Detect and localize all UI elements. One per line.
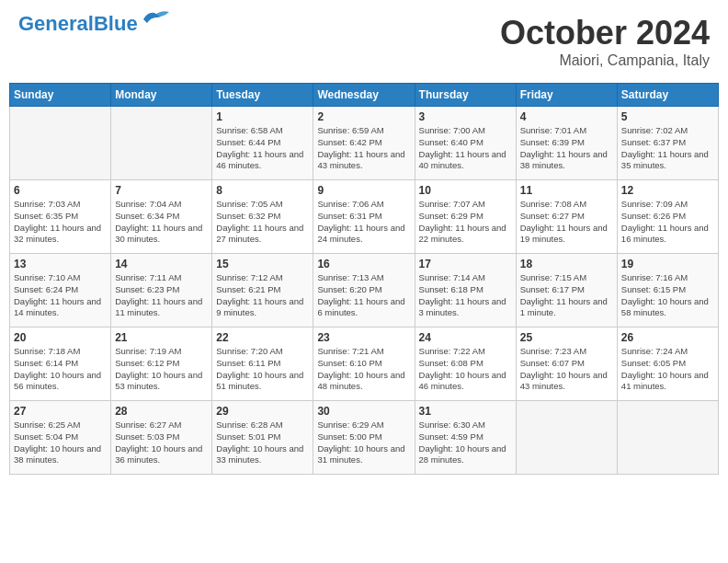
month-title: October 2024 [500,14,710,52]
day-info: Sunrise: 7:16 AMSunset: 6:15 PMDaylight:… [621,272,714,319]
day-info: Sunrise: 7:14 AMSunset: 6:18 PMDaylight:… [419,272,512,319]
logo-bird-icon [142,8,171,32]
day-info: Sunrise: 6:59 AMSunset: 6:42 PMDaylight:… [317,125,410,172]
calendar-cell: 25Sunrise: 7:23 AMSunset: 6:07 PMDayligh… [516,327,617,401]
day-info: Sunrise: 7:10 AMSunset: 6:24 PMDaylight:… [14,272,107,319]
day-info: Sunrise: 7:07 AMSunset: 6:29 PMDaylight:… [419,199,512,246]
calendar-cell: 3Sunrise: 7:00 AMSunset: 6:40 PMDaylight… [415,107,516,180]
day-number: 24 [419,331,512,344]
day-info: Sunrise: 7:00 AMSunset: 6:40 PMDaylight:… [419,125,512,172]
day-number: 1 [216,110,309,123]
day-info: Sunrise: 7:18 AMSunset: 6:14 PMDaylight:… [14,346,107,393]
calendar-cell: 4Sunrise: 7:01 AMSunset: 6:39 PMDaylight… [516,107,617,180]
day-number: 20 [14,331,107,344]
calendar-cell: 26Sunrise: 7:24 AMSunset: 6:05 PMDayligh… [617,327,718,401]
day-info: Sunrise: 6:29 AMSunset: 5:00 PMDaylight:… [317,419,410,466]
calendar-cell: 7Sunrise: 7:04 AMSunset: 6:34 PMDaylight… [111,180,212,254]
day-info: Sunrise: 7:11 AMSunset: 6:23 PMDaylight:… [115,272,208,319]
day-of-week-header: Wednesday [313,84,415,107]
day-number: 5 [621,110,714,123]
day-number: 23 [317,331,410,344]
day-number: 10 [419,184,512,197]
day-info: Sunrise: 6:25 AMSunset: 5:04 PMDaylight:… [14,419,107,466]
title-area: October 2024 Maiori, Campania, Italy [500,14,710,69]
day-number: 19 [621,258,714,270]
calendar-cell: 11Sunrise: 7:08 AMSunset: 6:27 PMDayligh… [516,180,617,254]
calendar-cell: 17Sunrise: 7:14 AMSunset: 6:18 PMDayligh… [415,254,516,327]
calendar-cell: 10Sunrise: 7:07 AMSunset: 6:29 PMDayligh… [415,180,516,254]
calendar-cell: 19Sunrise: 7:16 AMSunset: 6:15 PMDayligh… [617,254,718,327]
calendar-cell: 16Sunrise: 7:13 AMSunset: 6:20 PMDayligh… [313,254,415,327]
day-info: Sunrise: 7:04 AMSunset: 6:34 PMDaylight:… [115,199,208,246]
logo-text: GeneralBlue [18,12,138,35]
day-info: Sunrise: 6:58 AMSunset: 6:44 PMDaylight:… [216,125,309,172]
day-number: 14 [115,258,208,270]
day-number: 22 [216,331,309,344]
day-number: 17 [419,258,512,270]
calendar-cell: 21Sunrise: 7:19 AMSunset: 6:12 PMDayligh… [111,327,212,401]
day-number: 13 [14,258,107,270]
day-info: Sunrise: 7:23 AMSunset: 6:07 PMDaylight:… [520,346,613,393]
calendar-cell: 2Sunrise: 6:59 AMSunset: 6:42 PMDaylight… [313,107,415,180]
day-number: 6 [14,184,107,197]
logo: GeneralBlue [18,14,171,34]
calendar-cell: 13Sunrise: 7:10 AMSunset: 6:24 PMDayligh… [10,254,111,327]
day-info: Sunrise: 7:03 AMSunset: 6:35 PMDaylight:… [14,199,107,246]
calendar-cell: 12Sunrise: 7:09 AMSunset: 6:26 PMDayligh… [617,180,718,254]
page-header: GeneralBlue October 2024 Maiori, Campani… [9,9,719,74]
day-number: 4 [520,110,613,123]
day-number: 28 [115,405,208,418]
day-number: 30 [317,405,410,418]
calendar-cell [111,107,212,180]
day-of-week-header: Friday [516,84,617,107]
calendar-cell [10,107,111,180]
day-info: Sunrise: 7:08 AMSunset: 6:27 PMDaylight:… [520,199,613,246]
calendar-cell: 23Sunrise: 7:21 AMSunset: 6:10 PMDayligh… [313,327,415,401]
day-info: Sunrise: 7:22 AMSunset: 6:08 PMDaylight:… [419,346,512,393]
calendar-cell: 27Sunrise: 6:25 AMSunset: 5:04 PMDayligh… [10,401,111,475]
day-number: 9 [317,184,410,197]
day-number: 8 [216,184,309,197]
calendar-cell: 5Sunrise: 7:02 AMSunset: 6:37 PMDaylight… [617,107,718,180]
day-number: 27 [14,405,107,418]
day-info: Sunrise: 6:28 AMSunset: 5:01 PMDaylight:… [216,419,309,466]
calendar-cell: 15Sunrise: 7:12 AMSunset: 6:21 PMDayligh… [212,254,313,327]
day-info: Sunrise: 7:01 AMSunset: 6:39 PMDaylight:… [520,125,613,172]
day-info: Sunrise: 7:19 AMSunset: 6:12 PMDaylight:… [115,346,208,393]
day-number: 26 [621,331,714,344]
day-number: 25 [520,331,613,344]
day-of-week-header: Thursday [415,84,516,107]
day-info: Sunrise: 7:06 AMSunset: 6:31 PMDaylight:… [317,199,410,246]
day-number: 16 [317,258,410,270]
day-info: Sunrise: 7:21 AMSunset: 6:10 PMDaylight:… [317,346,410,393]
day-info: Sunrise: 6:27 AMSunset: 5:03 PMDaylight:… [115,419,208,466]
calendar-cell: 29Sunrise: 6:28 AMSunset: 5:01 PMDayligh… [212,401,313,475]
calendar-cell [617,401,718,475]
day-info: Sunrise: 6:30 AMSunset: 4:59 PMDaylight:… [419,419,512,466]
day-number: 2 [317,110,410,123]
day-info: Sunrise: 7:15 AMSunset: 6:17 PMDaylight:… [520,272,613,319]
calendar-cell: 1Sunrise: 6:58 AMSunset: 6:44 PMDaylight… [212,107,313,180]
day-of-week-header: Monday [111,84,212,107]
calendar-cell: 24Sunrise: 7:22 AMSunset: 6:08 PMDayligh… [415,327,516,401]
calendar-cell: 31Sunrise: 6:30 AMSunset: 4:59 PMDayligh… [415,401,516,475]
day-number: 12 [621,184,714,197]
day-number: 21 [115,331,208,344]
calendar-cell: 14Sunrise: 7:11 AMSunset: 6:23 PMDayligh… [111,254,212,327]
day-number: 15 [216,258,309,270]
location: Maiori, Campania, Italy [500,52,710,69]
calendar-cell: 28Sunrise: 6:27 AMSunset: 5:03 PMDayligh… [111,401,212,475]
calendar-cell: 6Sunrise: 7:03 AMSunset: 6:35 PMDaylight… [10,180,111,254]
day-info: Sunrise: 7:12 AMSunset: 6:21 PMDaylight:… [216,272,309,319]
calendar-cell: 20Sunrise: 7:18 AMSunset: 6:14 PMDayligh… [10,327,111,401]
day-info: Sunrise: 7:02 AMSunset: 6:37 PMDaylight:… [621,125,714,172]
calendar-cell [516,401,617,475]
day-number: 18 [520,258,613,270]
calendar-cell: 30Sunrise: 6:29 AMSunset: 5:00 PMDayligh… [313,401,415,475]
day-of-week-header: Saturday [617,84,718,107]
day-of-week-header: Tuesday [212,84,313,107]
day-number: 31 [419,405,512,418]
logo-blue: Blue [94,12,138,35]
calendar-table: SundayMondayTuesdayWednesdayThursdayFrid… [9,83,719,475]
day-info: Sunrise: 7:09 AMSunset: 6:26 PMDaylight:… [621,199,714,246]
